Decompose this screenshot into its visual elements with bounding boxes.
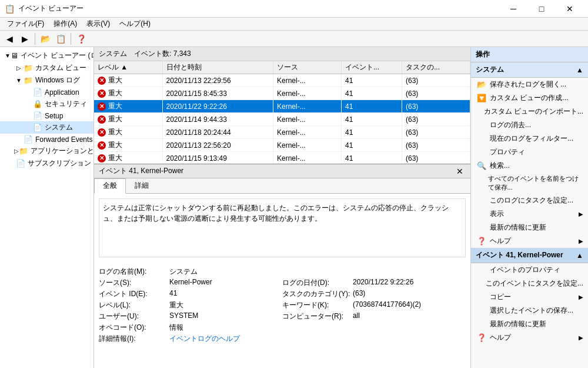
tab-details[interactable]: 詳細 bbox=[126, 178, 158, 193]
detail-close-button[interactable]: ✕ bbox=[454, 167, 466, 175]
action-open-saved-log[interactable]: 📂 保存されたログを開く... bbox=[471, 78, 588, 91]
action-refresh-system[interactable]: 最新の情報に更新 bbox=[471, 221, 588, 234]
table-row[interactable]: ✕重大2020/11/14 9:44:33Kernel-...41(63) bbox=[94, 113, 470, 126]
table-row[interactable]: ✕重大2020/11/15 8:45:33Kernel-...41(63) bbox=[94, 87, 470, 100]
col-event[interactable]: イベント... bbox=[342, 61, 402, 74]
sidebar-item-windows-logs[interactable]: ▼ 📁 Windows ログ bbox=[0, 74, 93, 87]
action-search[interactable]: 🔍 検索... bbox=[471, 159, 588, 173]
import-view-label: カスタム ビューのインポート... bbox=[484, 107, 583, 117]
table-row[interactable]: ✕重大2020/11/18 20:24:44Kernel-...41(63) bbox=[94, 126, 470, 139]
content-area: システム イベント数: 7,343 レベル ▲ 日付と時刻 ソース イベント..… bbox=[94, 47, 470, 368]
table-row[interactable]: ✕重大2020/11/15 9:13:49Kernel-...41(63) bbox=[94, 152, 470, 165]
table-header-row: レベル ▲ 日付と時刻 ソース イベント... タスクの... bbox=[94, 61, 470, 74]
sidebar-item-security[interactable]: 🔒 セキュリティ bbox=[0, 98, 93, 110]
maximize-button[interactable]: □ bbox=[528, 0, 555, 18]
table-row[interactable]: ✕重大2020/11/13 22:56:20Kernel-...41(63) bbox=[94, 139, 470, 152]
cell-level: ✕重大 bbox=[94, 74, 162, 87]
table-row[interactable]: ✕重大2020/11/13 22:29:56Kernel-...41(63) bbox=[94, 74, 470, 87]
title-bar: 📋 イベント ビューアー ─ □ ✕ bbox=[0, 0, 588, 18]
menu-file[interactable]: ファイル(F) bbox=[2, 18, 49, 31]
action-view[interactable]: 表示 ▶ bbox=[471, 207, 588, 221]
sidebar-item-forwarded-events[interactable]: 📄 Forwarded Events bbox=[0, 134, 93, 145]
root-icon: 🖥 bbox=[11, 51, 18, 60]
setup-label: Setup bbox=[45, 112, 63, 120]
more-info-label: 詳細情報(I): bbox=[99, 334, 169, 344]
keyword-value: (70368744177664)(2) bbox=[353, 300, 421, 310]
col-task[interactable]: タスクの... bbox=[402, 61, 470, 74]
action-event-properties[interactable]: イベントのプロパティ bbox=[471, 263, 588, 277]
menu-action[interactable]: 操作(A) bbox=[49, 18, 82, 31]
cell-datetime: 2020/11/13 22:56:20 bbox=[162, 139, 273, 152]
custom-views-icon: 📁 bbox=[24, 64, 33, 72]
window-title: イベント ビューアー bbox=[18, 4, 83, 14]
event-section-header[interactable]: イベント 41, Kernel-Power ▲ bbox=[471, 248, 588, 263]
cell-task: (63) bbox=[402, 113, 470, 126]
col-source[interactable]: ソース bbox=[273, 61, 342, 74]
sidebar-item-application[interactable]: 📄 Application bbox=[0, 87, 93, 98]
event-detail-header: イベント 41, Kernel-Power ✕ bbox=[94, 164, 470, 178]
security-icon: 🔒 bbox=[33, 100, 42, 108]
action-save-all-events[interactable]: すべてのイベントを名前をつけて保存... bbox=[471, 173, 588, 194]
menu-help[interactable]: ヘルプ(H) bbox=[115, 18, 155, 31]
event-message: システムは正常にシャットダウンする前に再起動しました。このエラーは、システムの応… bbox=[99, 198, 466, 257]
detail-keyword-col: キーワード(K): (70368744177664)(2) bbox=[282, 300, 466, 310]
action-set-task-event[interactable]: このイベントにタスクを設定... bbox=[471, 277, 588, 290]
actions-header-main[interactable]: 操作 bbox=[471, 47, 588, 62]
sidebar-item-system[interactable]: 📄 システム bbox=[0, 121, 93, 134]
security-label: セキュリティ bbox=[45, 99, 87, 109]
sidebar-item-custom-views[interactable]: ▷ 📁 カスタム ビュー bbox=[0, 62, 93, 74]
log-table-container[interactable]: レベル ▲ 日付と時刻 ソース イベント... タスクの... ✕重大2020/… bbox=[94, 61, 470, 164]
cell-event: 41 bbox=[342, 126, 402, 139]
menubar: ファイル(F) 操作(A) 表示(V) ヘルプ(H) bbox=[0, 18, 588, 31]
detail-level-col: レベル(L): 重大 bbox=[99, 300, 282, 310]
action-set-task-log[interactable]: このログにタスクを設定... bbox=[471, 194, 588, 207]
action-clear-log[interactable]: ログの消去... bbox=[471, 118, 588, 132]
system-label: システム bbox=[45, 122, 73, 132]
back-button[interactable]: ◀ bbox=[2, 32, 16, 46]
cell-task: (63) bbox=[402, 74, 470, 87]
sidebar-item-app-service-logs[interactable]: ▷ 📁 アプリケーションとサービス ログ bbox=[0, 145, 93, 157]
cell-datetime: 2020/11/22 9:22:26 bbox=[162, 100, 273, 113]
cell-source: Kernel-... bbox=[273, 74, 342, 87]
toolbar-separator-2 bbox=[71, 33, 71, 45]
source-label: ソース(S): bbox=[99, 278, 169, 288]
minimize-button[interactable]: ─ bbox=[500, 0, 527, 18]
event-id-label: イベント ID(E): bbox=[99, 289, 169, 299]
cell-source: Kernel-... bbox=[273, 100, 342, 113]
action-help-system[interactable]: ❓ ヘルプ ▶ bbox=[471, 234, 588, 248]
col-level[interactable]: レベル ▲ bbox=[94, 61, 162, 74]
forward-button[interactable]: ▶ bbox=[18, 32, 32, 46]
action-copy[interactable]: コピー ▶ bbox=[471, 290, 588, 304]
detail-row-level: レベル(L): 重大 キーワード(K): (70368744177664)(2) bbox=[99, 300, 466, 310]
task-category-value: (63) bbox=[353, 289, 365, 299]
sidebar-item-event-viewer-root[interactable]: ▼ 🖥 イベント ビューアー (ローカル) bbox=[0, 49, 93, 62]
action-refresh-event[interactable]: 最新の情報に更新 bbox=[471, 317, 588, 331]
more-info-link[interactable]: イベントログのヘルプ bbox=[169, 334, 240, 344]
system-section-arrow: ▲ bbox=[576, 66, 583, 74]
tab-general[interactable]: 全般 bbox=[94, 178, 126, 194]
cell-datetime: 2020/11/15 8:45:33 bbox=[162, 87, 273, 100]
subscriptions-icon: 📄 bbox=[16, 159, 25, 168]
cell-datetime: 2020/11/14 9:44:33 bbox=[162, 113, 273, 126]
sidebar-item-subscriptions[interactable]: 📄 サブスクリプション bbox=[0, 157, 93, 170]
close-button[interactable]: ✕ bbox=[556, 0, 583, 18]
action-properties[interactable]: プロパティ bbox=[471, 145, 588, 159]
action-create-custom-view[interactable]: 🔽 カスタム ビューの作成... bbox=[471, 91, 588, 105]
action-import-custom-view[interactable]: カスタム ビューのインポート... bbox=[471, 105, 588, 118]
log-name-label: ログの名前(M): bbox=[99, 267, 169, 277]
menu-view[interactable]: 表示(V) bbox=[82, 18, 115, 31]
col-datetime[interactable]: 日付と時刻 bbox=[162, 61, 273, 74]
cell-task: (63) bbox=[402, 100, 470, 113]
properties-button[interactable]: 📋 bbox=[54, 32, 68, 46]
help-button[interactable]: ❓ bbox=[74, 32, 88, 46]
action-filter-log[interactable]: 現在のログをフィルター... bbox=[471, 132, 588, 145]
open-file-button[interactable]: 📂 bbox=[38, 32, 52, 46]
system-icon: 📄 bbox=[33, 123, 42, 132]
system-section-header[interactable]: システム ▲ bbox=[471, 62, 588, 78]
action-save-selected[interactable]: 選択したイベントの保存... bbox=[471, 304, 588, 317]
action-help-event[interactable]: ❓ ヘルプ ▶ bbox=[471, 331, 588, 344]
table-row[interactable]: ✕重大2020/11/22 9:22:26Kernel-...41(63) bbox=[94, 100, 470, 113]
set-task-event-label: このイベントにタスクを設定... bbox=[486, 279, 583, 289]
sidebar-item-setup[interactable]: 📄 Setup bbox=[0, 110, 93, 121]
cell-source: Kernel-... bbox=[273, 126, 342, 139]
